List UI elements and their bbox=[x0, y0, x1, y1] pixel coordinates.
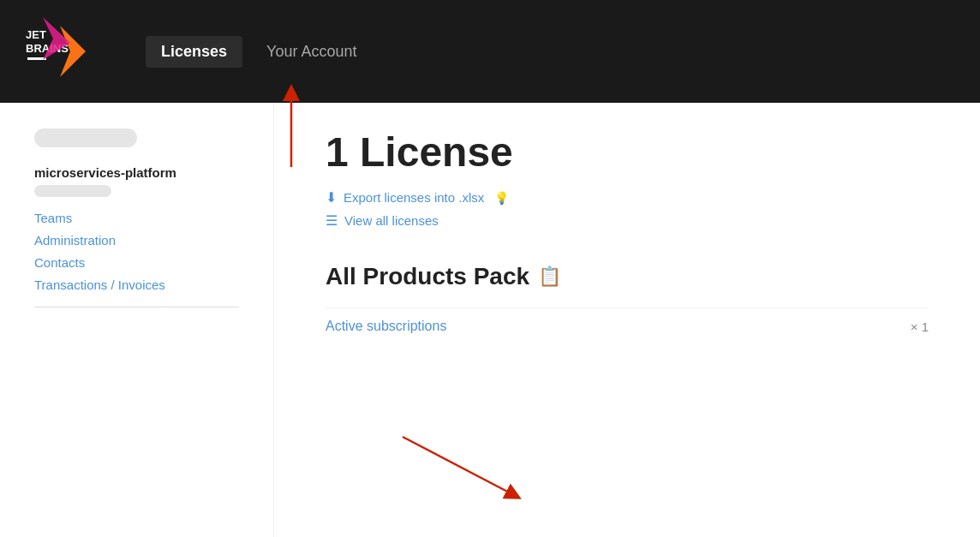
content-area: 1 License ⬇ Export licenses into .xlsx 💡… bbox=[274, 103, 980, 537]
list-icon: ☰ bbox=[326, 212, 338, 229]
license-count: 1 License bbox=[326, 128, 929, 176]
header: JET BRAINS Licenses Your Account bbox=[0, 0, 980, 103]
export-label: Export licenses into .xlsx bbox=[344, 190, 484, 205]
notebook-icon: 📋 bbox=[538, 266, 561, 288]
section-title: All Products Pack 📋 bbox=[326, 263, 929, 290]
download-icon: ⬇ bbox=[326, 189, 337, 206]
avatar bbox=[34, 128, 137, 147]
sidebar-divider bbox=[34, 307, 239, 307]
nav-licenses[interactable]: Licenses bbox=[146, 36, 242, 68]
subscriptions-count: × 1 bbox=[911, 319, 929, 334]
org-name: microservices-platform bbox=[34, 164, 239, 182]
sidebar-item-transactions[interactable]: Transactions / Invoices bbox=[34, 277, 165, 292]
export-licenses-link[interactable]: ⬇ Export licenses into .xlsx 💡 bbox=[326, 189, 929, 206]
active-subscriptions-link[interactable]: Active subscriptions bbox=[326, 319, 446, 334]
sidebar-nav: Teams Administration Contacts Transactio… bbox=[34, 211, 239, 293]
subscriptions-row: Active subscriptions × 1 bbox=[326, 307, 929, 334]
sidebar: microservices-platform Teams Administrat… bbox=[0, 103, 274, 537]
org-id-blurred bbox=[34, 185, 111, 197]
sidebar-item-contacts[interactable]: Contacts bbox=[34, 255, 85, 270]
jetbrains-logo: JET BRAINS bbox=[17, 13, 94, 90]
sidebar-item-teams[interactable]: Teams bbox=[34, 211, 72, 225]
svg-text:JET: JET bbox=[26, 28, 46, 41]
license-actions: ⬇ Export licenses into .xlsx 💡 ☰ View al… bbox=[326, 189, 929, 229]
sidebar-item-administration[interactable]: Administration bbox=[34, 233, 116, 248]
nav-your-account[interactable]: Your Account bbox=[251, 36, 372, 68]
main-content: microservices-platform Teams Administrat… bbox=[0, 103, 980, 537]
section-title-text: All Products Pack bbox=[326, 263, 529, 290]
hint-icon: 💡 bbox=[494, 191, 509, 205]
view-all-licenses-link[interactable]: ☰ View all licenses bbox=[326, 212, 929, 229]
view-all-label: View all licenses bbox=[344, 213, 439, 228]
main-nav: Licenses Your Account bbox=[146, 36, 372, 68]
